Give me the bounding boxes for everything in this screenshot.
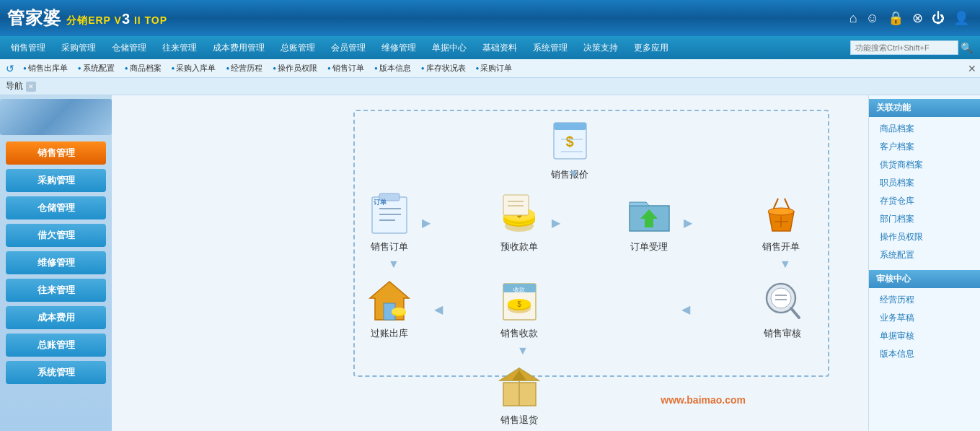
sidebar-item-ledger[interactable]: 总账管理 [6,334,106,357]
tab-biz-history[interactable]: ●经营历程 [221,61,267,75]
tabs-bar: ↺ ●销售出库单 ●系统配置 ●商品档案 ●采购入库单 ●经营历程 ●操作员权限… [0,59,980,78]
sales-open-label: 销售开单 [762,240,800,253]
sidebar-item-cost[interactable]: 成本费用 [6,306,106,329]
arrow-order-down: ▼ [388,258,399,271]
svg-text:$: $ [565,134,573,149]
arrow-quote-down: ▼ [568,167,579,180]
flow-node-sales-receipt[interactable]: 收款 $ 销售收款 [494,276,544,340]
right-panel: 关联功能 商品档案 客户档案 供货商档案 职员档案 存货仓库 部门档案 操作员权… [868,95,980,431]
arrow-order-right: ▶ [422,216,431,230]
nav-repair[interactable]: 维修管理 [374,39,423,57]
lock-icon[interactable]: 🔒 [888,10,904,26]
sidebar-item-debt[interactable]: 借欠管理 [6,224,106,247]
order-process-label: 订单受理 [630,240,668,253]
header: 管家婆 分销ERP V3 II TOP ⌂ ☺ 🔒 ⊗ ⏻ 👤 [0,0,980,36]
nav-label-close[interactable]: ✕ [26,82,36,92]
user-icon[interactable]: ☺ [866,11,879,26]
right-link-customer-file[interactable]: 客户档案 [869,138,980,156]
nav-warehouse[interactable]: 仓储管理 [105,39,154,57]
logo-sub: 分销ERP V3 II TOP [66,14,167,26]
sidebar-item-repair[interactable]: 维修管理 [6,251,106,274]
tab-operator-perm[interactable]: ●操作员权限 [268,61,322,75]
arrow-audit-left: ◀ [681,302,690,316]
svg-point-37 [771,288,791,308]
home-icon[interactable]: ⌂ [849,11,857,26]
nav-sales[interactable]: 销售管理 [4,39,53,57]
search-icon[interactable]: 🔍 [961,42,973,53]
nav-system[interactable]: 系统管理 [526,39,575,57]
nav-more[interactable]: 更多应用 [627,39,676,57]
nav-cost[interactable]: 成本费用管理 [206,39,272,57]
svg-text:收款: 收款 [513,287,525,293]
search-bar: 🔍 [850,40,973,55]
svg-rect-1 [554,123,586,130]
tabs-close[interactable]: ✕ [968,63,976,74]
sidebar-item-warehouse[interactable]: 仓储管理 [6,196,106,219]
arrow-receipt-left: ◀ [434,302,443,316]
right-link-operator-perm[interactable]: 操作员权限 [869,228,980,246]
sales-order-label: 销售订单 [371,240,408,253]
tab-purchase-inbound[interactable]: ●采购入库单 [167,61,221,75]
nav-purchase[interactable]: 采购管理 [54,39,103,57]
tab-version-info[interactable]: ●版本信息 [370,61,415,75]
right-link-supplier-file[interactable]: 供货商档案 [869,156,980,174]
tab-inventory-status[interactable]: ●库存状况表 [417,61,470,75]
right-link-inventory-warehouse[interactable]: 存货仓库 [869,192,980,210]
flow-node-prepayment[interactable]: $ 预收款单 [494,189,544,253]
sidebar-logo-area [0,99,112,135]
right-link-system-config[interactable]: 系统配置 [869,246,980,264]
flow-node-sales-return[interactable]: 销售退货 [494,362,544,427]
tab-icon-refresh[interactable]: ↺ [6,63,14,74]
sidebar-item-purchase[interactable]: 采购管理 [6,169,106,192]
nav-base[interactable]: 基础资料 [475,39,524,57]
sidebar-item-sales[interactable]: 销售管理 [6,142,106,165]
svg-rect-18 [503,195,529,215]
tab-system-config[interactable]: ●系统配置 [74,61,119,75]
right-link-staff-file[interactable]: 职员档案 [869,174,980,192]
left-sidebar: 销售管理 采购管理 仓储管理 借欠管理 维修管理 往来管理 成本费用 总账管理 … [0,95,112,431]
arrow-pre-right: ▶ [552,216,560,230]
flow-node-sales-audit[interactable]: 销售审核 [757,276,808,340]
arrow-receipt-down: ▼ [517,344,529,357]
post-stock-label: 过账出库 [371,327,408,340]
arrow-process-right: ▶ [684,216,692,230]
post-stock-icon [364,276,415,323]
right-link-goods-file[interactable]: 商品档案 [869,120,980,138]
tab-sales-outbound[interactable]: ●销售出库单 [19,61,72,75]
right-link-biz-history[interactable]: 经营历程 [869,291,980,309]
right-link-doc-audit[interactable]: 单据审核 [869,327,980,345]
power-icon[interactable]: ⏻ [932,11,945,26]
flow-node-order-process[interactable]: 订单受理 [624,189,674,253]
account-icon[interactable]: 👤 [953,10,969,26]
nav-bills[interactable]: 单据中心 [425,39,474,57]
flow-node-post-stock[interactable]: 过账出库 [364,276,415,340]
search-input[interactable] [850,40,958,55]
nav-decision[interactable]: 决策支持 [576,39,625,57]
sidebar-item-system[interactable]: 系统管理 [6,361,106,384]
sales-audit-label: 销售审核 [764,327,801,340]
svg-point-22 [768,208,794,215]
nav-transactions[interactable]: 往来管理 [155,39,204,57]
tab-sales-order[interactable]: ●销售订单 [323,61,368,75]
header-icons: ⌂ ☺ 🔒 ⊗ ⏻ 👤 [849,10,969,26]
svg-text:订单: 订单 [374,199,387,206]
main-layout: 销售管理 采购管理 仓储管理 借欠管理 维修管理 往来管理 成本费用 总账管理 … [0,95,980,431]
right-link-biz-draft[interactable]: 业务草稿 [869,309,980,327]
tab-purchase-order[interactable]: ●采购订单 [472,61,517,75]
nav-member[interactable]: 会员管理 [324,39,373,57]
svg-line-38 [791,308,799,318]
sidebar-item-transactions[interactable]: 往来管理 [6,279,106,302]
tab-goods-file[interactable]: ●商品档案 [120,61,166,75]
navbar: 销售管理 采购管理 仓储管理 往来管理 成本费用管理 总账管理 会员管理 维修管… [0,36,980,59]
nav-ledger[interactable]: 总账管理 [273,39,322,57]
right-link-dept-file[interactable]: 部门档案 [869,210,980,228]
sales-quote-icon: $ [544,117,595,164]
sales-order-icon: 订单 [364,189,415,236]
flow-node-sales-order[interactable]: 订单 销售订单 [364,189,415,253]
sales-receipt-icon: 收款 $ [494,276,544,323]
sales-return-label: 销售退货 [500,414,538,427]
right-link-version-info[interactable]: 版本信息 [869,345,980,363]
flow-node-sales-open[interactable]: 销售开单 [756,189,806,253]
nav-label-text: 导航 [6,80,23,92]
close-icon[interactable]: ⊗ [912,10,923,26]
